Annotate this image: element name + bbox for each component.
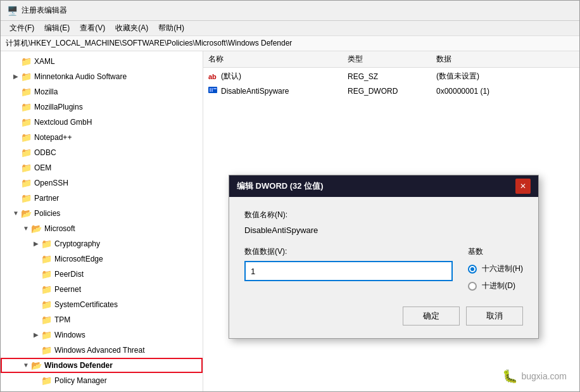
tree-item-oem[interactable]: 📁 OEM (1, 160, 203, 175)
dialog-close-button[interactable]: ✕ (515, 179, 531, 194)
menu-favorites[interactable]: 收藏夹(A) (111, 22, 152, 35)
label-microsoft: Microsoft (44, 222, 75, 235)
dialog-ok-button[interactable]: 确定 (403, 307, 460, 326)
watermark-text: bugxia.com (521, 371, 567, 381)
tree-item-peerdist[interactable]: 📁 PeerDist (1, 267, 203, 282)
svg-rect-2 (211, 88, 213, 92)
dialog-radios: 十六进制(H) 十进制(D) (468, 262, 523, 291)
tree-item-microsoftedge[interactable]: 📁 MicrosoftEdge (1, 251, 203, 267)
label-peernet: Peernet (54, 283, 81, 296)
radio-hex[interactable]: 十六进制(H) (468, 263, 523, 274)
tree-item-policies[interactable]: ▼ 📂 Policies (1, 206, 203, 221)
tree-item-mozillaplugins[interactable]: 📁 MozillaPlugins (1, 99, 203, 115)
tree-item-systemcert[interactable]: 📁 SystemCertificates (1, 297, 203, 312)
dialog-title-text: 编辑 DWORD (32 位值) (237, 180, 324, 192)
folder-icon-systemcert: 📁 (41, 298, 53, 311)
tree-item-peernet[interactable]: 📁 Peernet (1, 282, 203, 297)
reg-icon-disable-antispyware (208, 85, 221, 96)
edit-dword-dialog: 编辑 DWORD (32 位值) ✕ 数值名称(N): DisableAntiS… (229, 175, 539, 339)
radio-dec[interactable]: 十进制(D) (468, 281, 523, 291)
label-tpm: TPM (54, 313, 70, 326)
label-notepadpp: Notepad++ (34, 131, 72, 144)
label-mozillaplugins: MozillaPlugins (34, 101, 83, 113)
column-headers: 名称 类型 数据 (203, 51, 579, 68)
folder-icon-tpm: 📁 (41, 313, 53, 326)
folder-icon-cryptography: 📁 (41, 237, 53, 250)
arrow-minnetonka: ▶ (11, 70, 21, 83)
dialog-cancel-button[interactable]: 取消 (466, 307, 523, 326)
tree-item-partner[interactable]: 📁 Partner (1, 191, 203, 206)
svg-rect-1 (210, 88, 211, 92)
menu-file[interactable]: 文件(F) (6, 22, 38, 35)
folder-icon-windows: 📁 (41, 329, 53, 341)
dialog-radio-group: 基数 十六进制(H) 十进制(D) (468, 246, 523, 291)
reg-type-default: REG_SZ (348, 72, 436, 81)
dialog-value-name-value: DisableAntiSpyware (244, 224, 523, 236)
folder-icon-mozillaplugins: 📁 (21, 101, 32, 113)
tree-item-realtime[interactable]: 📁 Real-Time Protection (1, 388, 203, 391)
label-openssh: OpenSSH (34, 177, 68, 189)
dialog-title-bar: 编辑 DWORD (32 位值) ✕ (229, 175, 538, 197)
title-bar: 🖥️ 注册表编辑器 (1, 1, 579, 21)
tree-item-odbc[interactable]: 📁 ODBC (1, 145, 203, 160)
folder-icon-openssh: 📁 (21, 177, 32, 189)
menu-help[interactable]: 帮助(H) (154, 22, 188, 35)
folder-icon-peernet: 📁 (41, 283, 53, 296)
reg-row-default[interactable]: ab (默认) REG_SZ (数值未设置) (203, 69, 579, 84)
folder-icon-policy-manager: 📁 (41, 374, 53, 387)
tree-item-tpm[interactable]: 📁 TPM (1, 312, 203, 327)
arrow-windows: ▶ (31, 329, 41, 341)
tree-item-windows[interactable]: ▶ 📁 Windows (1, 327, 203, 343)
menu-view[interactable]: 查看(V) (76, 22, 109, 35)
svg-rect-3 (213, 88, 217, 89)
folder-icon-win-defender: 📂 (31, 359, 42, 372)
arrow-win-defender: ▼ (21, 359, 31, 372)
radio-hex-circle (468, 265, 477, 274)
reg-data-disable-antispyware: 0x00000001 (1) (436, 87, 574, 96)
menu-edit[interactable]: 编辑(E) (41, 22, 73, 35)
arrow-microsoft: ▼ (21, 222, 31, 235)
tree-item-mozilla[interactable]: 📁 Mozilla (1, 84, 203, 99)
tree-item-nextcloud[interactable]: 📁 Nextcloud GmbH (1, 115, 203, 130)
tree-item-windows-advanced[interactable]: 📁 Windows Advanced Threat (1, 343, 203, 358)
label-cryptography: Cryptography (54, 237, 100, 250)
col-header-name: 名称 (208, 54, 348, 65)
tree-item-policy-manager[interactable]: 📁 Policy Manager (1, 373, 203, 388)
radio-hex-label: 十六进制(H) (482, 263, 523, 274)
folder-icon-peerdist: 📁 (41, 268, 53, 281)
tree-item-cryptography[interactable]: ▶ 📁 Cryptography (1, 236, 203, 251)
label-nextcloud: Nextcloud GmbH (34, 116, 92, 129)
dialog-value-data-input[interactable] (244, 261, 453, 281)
radio-dec-label: 十进制(D) (482, 281, 515, 291)
tree-item-microsoft[interactable]: ▼ 📂 Microsoft (1, 221, 203, 236)
reg-type-disable-antispyware: REG_DWORD (348, 87, 436, 96)
dialog-base-label: 基数 (468, 246, 523, 257)
label-odbc: ODBC (34, 146, 56, 159)
tree-item-minnetonka[interactable]: ▶ 📁 Minnetonka Audio Software (1, 69, 203, 84)
reg-data-default: (数值未设置) (436, 71, 574, 82)
label-policy-manager: Policy Manager (54, 374, 107, 387)
label-minnetonka: Minnetonka Audio Software (34, 70, 127, 83)
watermark-icon: 🐛 (502, 369, 518, 384)
label-microsoftedge: MicrosoftEdge (54, 253, 103, 265)
label-systemcert: SystemCertificates (54, 298, 118, 311)
label-win-defender: Windows Defender (44, 359, 113, 372)
tree-item-notepadpp[interactable]: 📁 Notepad++ (1, 130, 203, 145)
reg-name-disable-antispyware: DisableAntiSpyware (221, 87, 348, 96)
watermark: 🐛 bugxia.com (502, 369, 567, 384)
label-windows: Windows (54, 329, 85, 341)
tree-item-windows-defender[interactable]: ▼ 📂 Windows Defender (1, 358, 203, 373)
reg-name-default: (默认) (221, 71, 348, 82)
label-peerdist: PeerDist (54, 268, 84, 281)
tree-item-openssh[interactable]: 📁 OpenSSH (1, 175, 203, 191)
title-bar-text: 注册表编辑器 (22, 5, 67, 16)
arrow-policies: ▼ (11, 207, 21, 220)
folder-icon-odbc: 📁 (21, 146, 32, 159)
folder-icon-microsoftedge: 📁 (41, 253, 53, 265)
dialog-body: 数值名称(N): DisableAntiSpyware 数值数据(V): 基数 (229, 197, 538, 338)
dialog-data-row: 数值数据(V): 基数 十六进制(H) (244, 246, 523, 291)
reg-row-disable-antispyware[interactable]: DisableAntiSpyware REG_DWORD 0x00000001 … (203, 84, 579, 98)
tree-item-xaml[interactable]: 📁 XAML (1, 54, 203, 69)
address-text: 计算机\HKEY_LOCAL_MACHINE\SOFTWARE\Policies… (6, 38, 292, 49)
label-oem: OEM (34, 161, 51, 174)
